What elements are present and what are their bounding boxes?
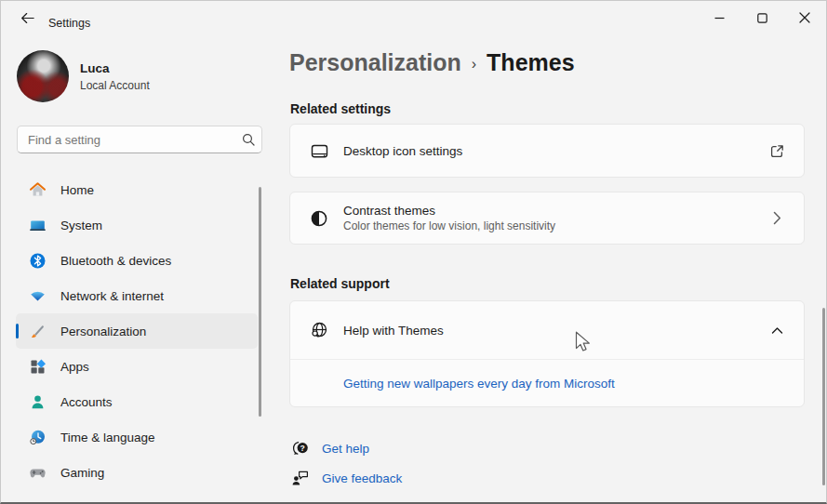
magnifier-icon[interactable] [235, 133, 261, 146]
page-title: Themes [487, 49, 574, 76]
globe-search-icon [309, 320, 329, 340]
related-settings-heading: Related settings [290, 101, 391, 116]
card-text: Help with Themes [343, 324, 444, 338]
user-account-type: Local Account [80, 79, 150, 92]
sidebar-scrollbar[interactable] [259, 187, 261, 417]
back-button[interactable] [11, 6, 43, 33]
get-help-icon: ? [291, 439, 310, 458]
sidebar-item-apps[interactable]: Apps [16, 349, 258, 384]
apps-icon [28, 357, 47, 376]
sidebar-item-label: Accounts [60, 395, 113, 409]
bluetooth-icon [28, 251, 47, 270]
home-icon [28, 180, 47, 199]
arrow-left-icon [20, 11, 34, 28]
chevron-up-icon [768, 326, 785, 335]
sidebar-item-network-internet[interactable]: Network & internet [16, 278, 258, 313]
breadcrumb-separator: › [472, 53, 476, 73]
user-name: Luca [80, 61, 110, 75]
time-language-icon [28, 428, 47, 446]
search-box [17, 126, 262, 153]
accounts-icon [28, 392, 47, 411]
main-scrollbar[interactable] [822, 308, 825, 485]
card-title: Help with Themes [343, 324, 444, 338]
card-title: Desktop icon settings [343, 144, 462, 158]
sidebar-nav: Home System Bluetooth & devices Network … [1, 172, 273, 490]
sidebar-item-label: Home [60, 183, 94, 197]
sidebar-item-personalization[interactable]: Personalization [16, 313, 258, 349]
desktop-icon-settings-card[interactable]: Desktop icon settings [289, 124, 805, 178]
card-row[interactable]: Desktop icon settings [290, 125, 804, 177]
card-text: Desktop icon settings [343, 144, 462, 158]
gaming-icon [28, 463, 47, 482]
breadcrumb-parent[interactable]: Personalization [289, 49, 461, 76]
sidebar-item-home[interactable]: Home [16, 172, 258, 207]
help-accordion-header[interactable]: Help with Themes [290, 301, 804, 359]
related-support-heading: Related support [290, 276, 390, 291]
chevron-right-icon [768, 211, 785, 225]
settings-window: Settings Luca Local Account [0, 0, 827, 504]
svg-text:?: ? [300, 444, 305, 453]
user-avatar[interactable] [17, 50, 69, 102]
selected-indicator [16, 324, 19, 338]
sidebar-item-label: Gaming [60, 466, 104, 480]
sidebar-item-bluetooth-devices[interactable]: Bluetooth & devices [16, 243, 258, 278]
card-text: Contrast themes Color themes for low vis… [343, 204, 555, 232]
get-help-label: Get help [322, 442, 369, 456]
system-icon [28, 216, 47, 234]
sidebar-item-label: Personalization [60, 325, 146, 338]
card-subtitle: Color themes for low vision, light sensi… [343, 219, 555, 232]
window-title: Settings [48, 17, 90, 30]
sidebar-item-label: Bluetooth & devices [60, 254, 171, 268]
sidebar-item-system[interactable]: System [16, 207, 258, 243]
give-feedback-label: Give feedback [322, 471, 402, 485]
help-with-themes-card: Help with Themes Getting new wallpapers … [289, 300, 805, 407]
sidebar-item-time-language[interactable]: Time & language [16, 419, 258, 455]
feedback-icon [291, 469, 310, 487]
personalization-icon [28, 322, 47, 340]
sidebar-item-label: Time & language [60, 431, 155, 444]
search-input[interactable] [18, 133, 235, 147]
desktop-monitor-icon [309, 140, 329, 161]
help-accordion-body: Getting new wallpapers every day from Mi… [290, 360, 804, 407]
sidebar-item-gaming[interactable]: Gaming [16, 455, 258, 490]
external-link-icon [768, 143, 785, 159]
network-icon [28, 286, 47, 305]
get-help-link[interactable]: ? Get help [291, 439, 369, 458]
card-row[interactable]: Contrast themes Color themes for low vis… [290, 192, 804, 244]
sidebar-item-label: System [60, 219, 102, 232]
give-feedback-link[interactable]: Give feedback [291, 469, 402, 487]
sidebar-item-label: Network & internet [60, 289, 164, 303]
help-link-wallpapers[interactable]: Getting new wallpapers every day from Mi… [343, 377, 615, 391]
card-title: Contrast themes [343, 204, 555, 218]
main-content: Personalization › Themes Related setting… [289, 1, 805, 504]
breadcrumb: Personalization › Themes [289, 49, 575, 76]
contrast-themes-card[interactable]: Contrast themes Color themes for low vis… [289, 192, 805, 245]
sidebar-item-label: Apps [60, 360, 89, 374]
contrast-icon [309, 208, 329, 229]
sidebar-item-accounts[interactable]: Accounts [16, 384, 258, 419]
